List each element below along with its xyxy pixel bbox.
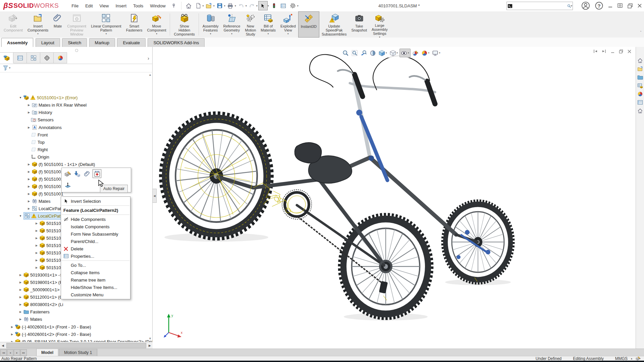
instant3d-button[interactable]: Instant3D [298,11,319,38]
open-button[interactable] [205,1,213,10]
user-account-icon[interactable] [581,1,590,10]
auto-repair-button[interactable] [93,169,101,178]
tree-item[interactable]: ▶History [0,109,152,116]
pin-menu-icon[interactable] [169,1,178,10]
view-settings-button[interactable]: ▾ [431,49,441,57]
menu-customize-menu[interactable]: Customize Menu [61,291,130,298]
file-properties-button[interactable] [279,1,288,10]
pane-left-icon[interactable] [593,49,598,54]
filter-icon[interactable] [3,65,8,71]
expand-arrow-icon[interactable]: ▶ [27,207,31,210]
tree-item[interactable]: Right [0,146,152,153]
close-button[interactable] [637,3,642,8]
tree-item[interactable]: Top [0,138,152,146]
restore-button[interactable] [628,3,633,8]
menu-invert-selection[interactable]: Invert Selection [61,197,130,205]
zoom-to-fit-button[interactable] [341,49,350,57]
mate-button[interactable]: Mate [51,11,65,38]
save-button[interactable] [215,1,224,10]
tree-horizontal-scrollbar[interactable]: ◀ ▶ [0,342,153,349]
menu-collapse-items[interactable]: Collapse Items [61,269,130,276]
edit-mates-button[interactable] [83,170,91,178]
filter-dropdown[interactable]: ▾ [9,66,10,69]
doc-minimize-icon[interactable] [610,49,615,54]
reference-geometry-button[interactable]: Reference Geometry▾ [221,11,243,38]
menu-go-to[interactable]: Go To... [61,261,130,269]
hide-show-items-button[interactable]: ▾ [399,49,411,57]
dimxpertmanager-tab[interactable] [40,52,54,63]
smart-fasteners-button[interactable]: Smart Fasteners [124,11,145,38]
tree-item[interactable]: ▶(-) 40026001<1> (Front - 20 - Base) [0,323,152,330]
search-input[interactable] [513,4,567,8]
previous-view-button[interactable] [360,49,368,57]
tab-evaluate[interactable]: Evaluate [117,38,146,47]
expand-arrow-icon[interactable]: ▶ [18,318,22,321]
home-button[interactable] [184,1,193,10]
open-dropdown[interactable]: ▾ [213,4,215,7]
trike-3d-model[interactable] [153,47,636,349]
expand-arrow-icon[interactable]: ▶ [35,266,39,269]
featuremanager-tab[interactable] [0,52,13,63]
expand-arrow-icon[interactable]: ▶ [27,192,31,195]
apply-scene-button[interactable]: ▾ [420,49,431,57]
minimize-button[interactable] [608,3,613,8]
tab-assembly[interactable]: Assembly [1,38,33,47]
menu-properties[interactable]: Properties... [61,252,130,260]
doc-restore-icon[interactable] [619,49,623,54]
redo-dropdown[interactable]: ▾ [256,4,258,7]
doc-close-icon[interactable] [627,49,632,54]
undo-dropdown[interactable]: ▾ [246,4,247,7]
tree-item[interactable]: ▶(f) 50151001 - 1<1> (Default) [0,161,152,168]
scroll-left-icon[interactable]: ◀ [0,343,6,349]
tree-item[interactable]: ▶(f) 05_SRAM X01 Eagle Type 3.0 12-speed… [0,338,152,342]
move-component-button[interactable]: Move Component▾ [145,11,169,38]
tree-item[interactable]: ▶80038001<2> (Li [0,301,152,308]
redo-button[interactable] [248,1,256,10]
scroll-right-icon[interactable]: ▶ [147,343,153,349]
assembly-features-button[interactable]: Assembly Features▾ [200,11,221,38]
menu-isolate-components[interactable]: Isolate Components [61,223,130,230]
expand-arrow-icon[interactable]: ▶ [27,178,31,181]
configurationmanager-tab[interactable] [27,52,40,63]
expand-arrow-icon[interactable]: ▶ [27,170,31,173]
section-view-button[interactable] [369,49,377,57]
expand-arrow-icon[interactable]: ▶ [35,251,39,254]
tab-solidworks-add-ins[interactable]: SOLIDWORKS Add-Ins [148,38,205,47]
menu-form-new-subassembly[interactable]: Form New Subassembly [61,230,130,238]
expand-arrow-icon[interactable]: ▶ [27,185,31,188]
select-tool-button[interactable] [258,1,268,10]
prev-tab-icon[interactable]: ◂ [7,349,13,356]
edit-appearance-button[interactable] [411,49,420,57]
tab-layout[interactable]: Layout [36,38,60,47]
graphics-area[interactable]: ▾ ▾ ▾ ▾ ▾ ◀ y x [153,47,636,349]
expand-arrow-icon[interactable]: ▶ [18,296,22,299]
scroll-thumb[interactable] [6,343,146,348]
options-button[interactable] [288,1,297,10]
expand-arrow-icon[interactable]: ▶ [18,288,22,291]
tree-item[interactable]: ▶Fasteners [0,308,152,315]
tree-item[interactable]: Sensors [0,116,152,123]
expand-arrow-icon[interactable]: ▶ [10,325,14,328]
expand-arrow-icon[interactable]: ▶ [35,244,39,247]
new-dropdown[interactable]: ▾ [203,4,204,7]
rebuild-button[interactable] [270,1,278,10]
large-assembly-settings-button[interactable]: Large Assembly Settings▾ [369,11,390,38]
show-hidden-components-button[interactable]: Show Hidden Components [171,11,197,38]
tree-item[interactable]: ▶Annotations [0,124,152,131]
new-document-button[interactable] [194,1,203,10]
view-orientation-button[interactable]: ▾ [378,49,388,57]
task-home-icon[interactable] [636,56,644,65]
design-library-icon[interactable] [636,65,644,73]
display-style-button[interactable]: ▾ [389,49,399,57]
tree-item[interactable]: ▶Mates in RX Rear Wheel [0,101,152,109]
take-snapshot-button[interactable]: Take Snapshot [349,11,369,38]
expand-arrow-icon[interactable]: ▶ [18,310,22,313]
expand-arrow-icon[interactable]: ▶ [35,259,39,262]
file-explorer-icon[interactable] [636,73,644,81]
tab-sketch[interactable]: Sketch [62,38,87,47]
tag-icon[interactable] [636,356,641,361]
search-commands-box[interactable]: ▾ [506,2,573,10]
pane-right-icon[interactable] [602,49,606,54]
tree-item[interactable]: ▶(-) 40026001<2> (Front - 20 - Base) [0,330,152,338]
menu-delete[interactable]: Delete [61,245,130,252]
